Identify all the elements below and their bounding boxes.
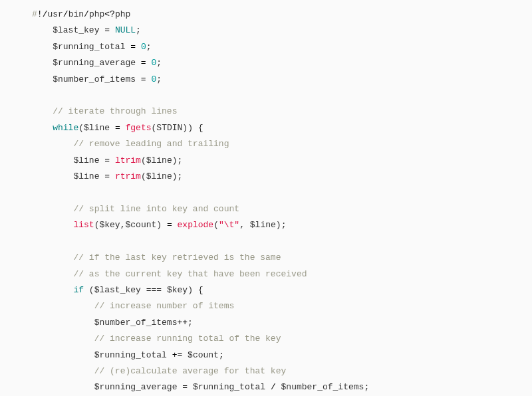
line-ltrim: $line = ltrim($line); <box>73 155 182 165</box>
line-items-inc: $number_of_items++; <box>94 318 193 328</box>
line-lastkey-init: $last_key = NULL; <box>53 25 141 35</box>
comment-inc-items: // increase number of items <box>94 301 235 311</box>
comment-iterate: // iterate through lines <box>53 106 177 116</box>
line-items-init: $number_of_items = 0; <box>53 74 162 84</box>
line-avg-calc: $running_average = $running_total / $num… <box>94 382 370 392</box>
line-if: if ($last_key === $key) { <box>73 285 203 295</box>
code-block: #!/usr/bin/php<?php $last_key = NULL; $r… <box>0 0 532 396</box>
comment-inc-total: // increase running total of the key <box>94 334 281 344</box>
line-shebang: #!/usr/bin/php<?php <box>32 9 130 19</box>
line-while: while($line = fgets(STDIN)) { <box>53 123 203 133</box>
line-total-inc: $running_total += $count; <box>94 350 224 360</box>
line-list-explode: list($key,$count) = explode("\t", $line)… <box>73 220 286 230</box>
line-rtrim: $line = rtrim($line); <box>73 171 182 181</box>
comment-split: // split line into key and count <box>73 204 239 214</box>
comment-if-1: // if the last key retrieved is the same <box>73 252 281 262</box>
line-total-init: $running_total = 0; <box>53 42 151 52</box>
comment-remove: // remove leading and trailing <box>73 139 229 149</box>
comment-recalc: // (re)calculate average for that key <box>94 366 287 376</box>
comment-if-2: // as the current key that have been rec… <box>73 269 307 279</box>
line-avg-init: $running_average = 0; <box>53 58 162 68</box>
